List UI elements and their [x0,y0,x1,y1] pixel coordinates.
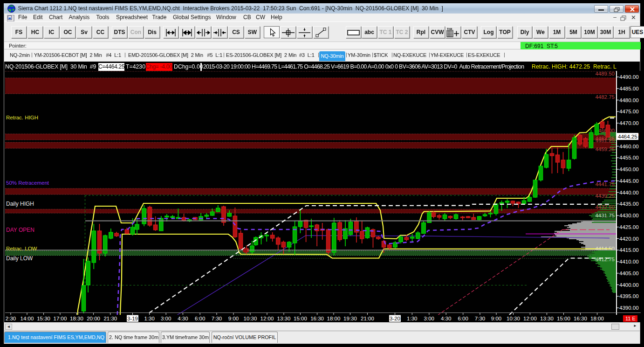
svg-text:4490.00: 4490.00 [619,74,639,80]
svg-text:10:30: 10:30 [244,316,257,321]
svg-text:4489.50: 4489.50 [595,71,615,76]
svg-text:3-20: 3-20 [390,316,400,321]
svg-text:4410.00: 4410.00 [619,259,639,264]
svg-text:18:00: 18:00 [327,316,341,321]
svg-text:4440.00: 4440.00 [619,190,639,195]
svg-text:3-19: 3-19 [127,316,138,321]
svg-text:4475.00: 4475.00 [619,109,639,114]
svg-text:10:30: 10:30 [507,316,520,321]
svg-text:9:00: 9:00 [491,316,501,321]
svg-text:4470.00: 4470.00 [619,120,639,126]
svg-text:3:00: 3:00 [161,316,171,321]
svg-text:4425.00: 4425.00 [619,224,639,230]
svg-text:4412.75: 4412.75 [595,257,615,262]
svg-text:9:00: 9:00 [228,316,239,321]
svg-text:Retrac. LOW: Retrac. LOW [6,246,37,251]
svg-text:4445.00: 4445.00 [619,178,639,184]
svg-text:12:00: 12:00 [523,316,537,321]
svg-text:4431.75: 4431.75 [595,213,615,218]
svg-text:18:30: 18:30 [70,316,83,321]
svg-text:19:30: 19:30 [343,316,357,321]
svg-text:12:00: 12:00 [260,316,274,321]
svg-text:DAY OPEN: DAY OPEN [6,227,34,233]
svg-text:4463.25: 4463.25 [595,136,615,141]
svg-text:21:30: 21:30 [103,316,117,321]
svg-text:15:30: 15:30 [37,316,50,321]
svg-text:4482.75: 4482.75 [595,94,615,100]
svg-text:4435.00: 4435.00 [619,201,639,207]
svg-text:20:00: 20:00 [87,316,100,321]
svg-text:Daily HIGH: Daily HIGH [6,201,34,207]
svg-text:3:00: 3:00 [424,316,434,321]
svg-text:6:00: 6:00 [195,316,205,321]
svg-text:Retrac. HIGH: Retrac. HIGH [6,115,38,120]
svg-text:4485.00: 4485.00 [619,86,639,91]
svg-text:4460.00: 4460.00 [619,144,639,149]
svg-text:4432.50: 4432.50 [595,204,615,210]
svg-text:4464.25: 4464.25 [618,134,637,139]
svg-text:13:30: 13:30 [540,316,554,321]
svg-text:4395.00: 4395.00 [619,293,639,299]
svg-text:2:30: 2:30 [6,316,16,321]
svg-text:4:30: 4:30 [178,316,188,321]
svg-text:4415.00: 4415.00 [619,247,639,253]
svg-text:4441.75: 4441.75 [595,181,615,187]
svg-text:7:30: 7:30 [475,316,485,321]
svg-text:1:30: 1:30 [144,316,155,321]
svg-text:1:30: 1:30 [407,316,417,321]
svg-text:13:30: 13:30 [277,316,291,321]
svg-text:4400.00: 4400.00 [619,282,639,288]
svg-text:4459.25: 4459.25 [595,146,615,152]
svg-text:7:30: 7:30 [212,316,222,321]
svg-text:16:30: 16:30 [574,316,587,321]
svg-text:18:00: 18:00 [590,316,604,321]
svg-text:4439.25: 4439.25 [595,193,615,199]
svg-text:4430.00: 4430.00 [619,213,639,218]
svg-text:TVW: TVW [447,28,452,30]
svg-text:Daily LOW: Daily LOW [6,255,33,262]
svg-text:50% Retracement: 50% Retracement [6,180,49,186]
svg-text:4455.00: 4455.00 [619,155,639,160]
svg-text:15:00: 15:00 [294,316,307,321]
svg-text:21:00: 21:00 [361,316,374,321]
svg-text:17:00: 17:00 [54,316,67,321]
svg-text:4:30: 4:30 [441,316,451,321]
svg-text:4450.00: 4450.00 [619,167,639,172]
svg-text:14:00: 14:00 [21,316,34,321]
svg-text:4405.00: 4405.00 [619,271,639,276]
svg-text:4390.00: 4390.00 [619,305,639,311]
svg-text:6:00: 6:00 [458,316,468,321]
svg-text:15:00: 15:00 [557,316,570,321]
svg-text:11 E: 11 E [625,316,636,321]
svg-text:4420.00: 4420.00 [619,236,639,242]
svg-text:4414.50: 4414.50 [595,246,615,251]
svg-text:16:30: 16:30 [310,316,324,321]
svg-text:4480.00: 4480.00 [619,97,639,103]
